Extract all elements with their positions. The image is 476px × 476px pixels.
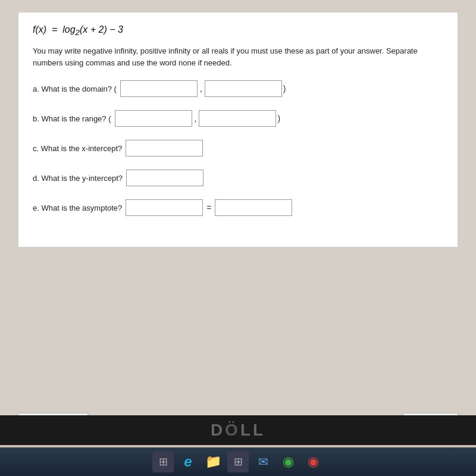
question-domain-row: a. What is the domain? ( , ) [33,80,443,97]
domain-input-1[interactable] [120,80,198,97]
taskbar-windows-icon[interactable]: ⊞ [227,451,249,472]
range-input-1[interactable] [115,110,192,127]
domain-close-paren: ) [283,84,286,93]
xintercept-input[interactable] [126,140,203,156]
question-asymptote-row: e. What is the asymptote? = [33,199,443,216]
asymptote-input-2[interactable] [215,199,292,216]
question-domain-label: a. What is the domain? ( [33,84,117,93]
question-yintercept-label: d. What is the y-intercept? [33,174,123,183]
dell-logo: DÖLL [211,421,265,440]
range-comma: , [195,114,197,123]
yintercept-input[interactable] [126,170,203,186]
domain-comma: , [200,84,202,93]
range-close-paren: ) [277,114,280,123]
asymptote-input-1[interactable] [126,199,203,216]
taskbar: ⊞ e 📁 ⊞ ✉ ◉ ◉ [0,447,476,476]
taskbar-start-icon[interactable]: ⊞ [152,451,174,472]
question-yintercept-row: d. What is the y-intercept? [33,170,443,186]
dell-brand-bar: DÖLL [0,415,476,445]
taskbar-red-icon[interactable]: ◉ [302,451,324,472]
taskbar-edge-icon[interactable]: e [177,451,199,472]
question-xintercept-label: c. What is the x-intercept? [33,144,122,153]
asymptote-equals: = [206,203,211,212]
formula-display: f(x) = log2(x + 2) − 3 [33,24,443,37]
taskbar-files-icon[interactable]: 📁 [202,451,224,472]
question-range-row: b. What is the range? ( , ) [33,110,443,127]
range-input-2[interactable] [199,110,276,127]
domain-input-2[interactable] [205,80,282,97]
question-asymptote-label: e. What is the asymptote? [33,203,122,212]
instructions-text: You may write negative infinity, positiv… [33,45,443,68]
main-content-area: f(x) = log2(x + 2) − 3 You may write neg… [0,0,476,405]
taskbar-green-icon[interactable]: ◉ [277,451,299,472]
question-card: f(x) = log2(x + 2) − 3 You may write neg… [18,12,458,248]
taskbar-mail-icon[interactable]: ✉ [252,451,274,472]
question-range-label: b. What is the range? ( [33,114,111,123]
question-xintercept-row: c. What is the x-intercept? [33,140,443,156]
